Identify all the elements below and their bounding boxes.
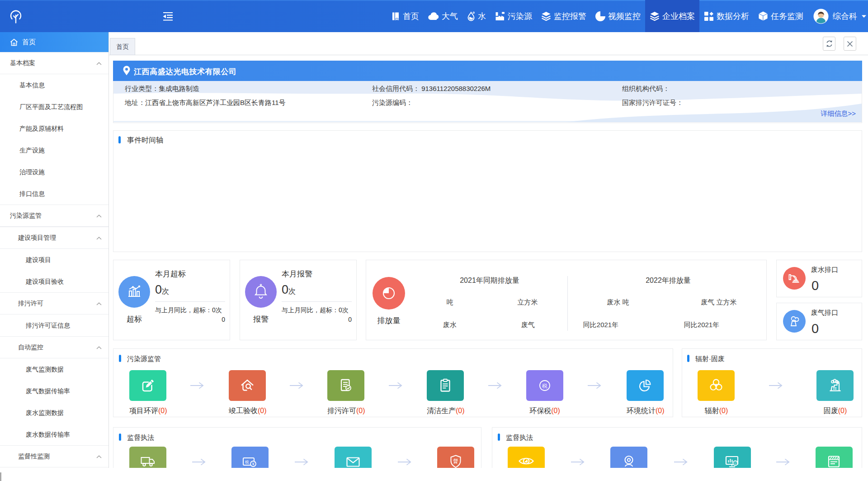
svg-text:税: 税 xyxy=(245,460,249,464)
svg-text:¥: ¥ xyxy=(252,462,255,466)
svg-text:督: 督 xyxy=(453,458,458,464)
svg-text:税: 税 xyxy=(542,383,547,389)
